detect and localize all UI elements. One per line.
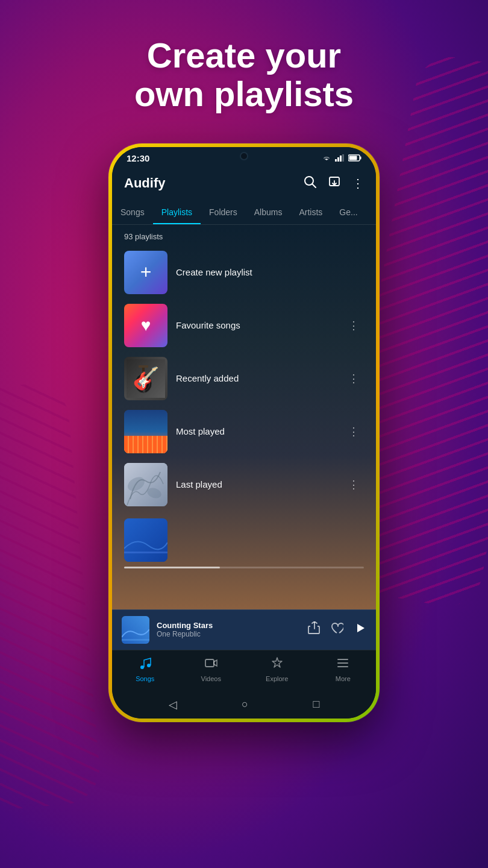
svg-rect-5	[360, 157, 361, 160]
wifi-icon	[322, 154, 331, 162]
recent-button[interactable]: □	[313, 698, 319, 711]
status-icons	[322, 154, 361, 162]
svg-rect-26	[164, 440, 167, 453]
nav-more[interactable]: More	[322, 656, 364, 682]
battery-icon	[348, 154, 361, 162]
plus-icon: +	[140, 261, 152, 283]
playlist-list: + Create new playlist ♥ Favourite songs …	[112, 246, 376, 567]
nature-svg	[124, 463, 167, 506]
svg-point-40	[140, 665, 144, 669]
svg-rect-27	[128, 440, 132, 448]
last-played-label: Last played	[176, 479, 335, 489]
headline: Create your own playlists	[110, 36, 378, 113]
scroll-indicator	[124, 567, 364, 568]
signal-icon	[335, 154, 345, 162]
last-played-menu-icon[interactable]: ⋮	[343, 473, 364, 496]
svg-rect-15	[142, 365, 145, 383]
svg-rect-2	[340, 156, 342, 162]
svg-rect-36	[124, 552, 167, 553]
svg-rect-20	[124, 440, 130, 453]
tab-bar: Songs Playlists Folders Albums Artists G…	[112, 200, 376, 225]
status-time: 12:30	[127, 153, 149, 163]
partial-thumb	[124, 518, 167, 562]
svg-rect-38	[122, 639, 149, 641]
more-icon[interactable]: ⋮	[352, 176, 364, 190]
mini-player-title: Counting Stars	[157, 621, 300, 630]
playlist-count: 93 playlists	[112, 225, 376, 246]
partial-playlist-item[interactable]	[112, 514, 376, 567]
phone-screen: 12:30	[112, 147, 376, 719]
nav-videos[interactable]: Videos	[190, 656, 232, 682]
tab-folders[interactable]: Folders	[201, 200, 246, 224]
svg-rect-16	[139, 365, 148, 368]
tab-songs[interactable]: Songs	[112, 200, 153, 224]
mini-player: Counting Stars One Republic	[112, 609, 376, 650]
nav-songs[interactable]: Songs	[124, 656, 166, 682]
svg-rect-42	[205, 659, 214, 667]
last-played-item[interactable]: Last played ⋮	[112, 458, 376, 511]
svg-line-8	[312, 184, 316, 187]
favourite-menu-icon[interactable]: ⋮	[343, 314, 364, 337]
svg-rect-6	[349, 156, 357, 160]
videos-nav-icon	[204, 656, 217, 673]
app-title: Audify	[124, 175, 304, 191]
tab-albums[interactable]: Albums	[246, 200, 291, 224]
songs-nav-icon	[139, 656, 152, 673]
home-button[interactable]: ○	[242, 698, 248, 711]
recently-added-menu-icon[interactable]: ⋮	[343, 367, 364, 390]
partial-svg	[124, 518, 167, 562]
svg-rect-31	[161, 440, 165, 448]
scroll-thumb	[124, 567, 220, 568]
guitar-svg	[127, 359, 165, 398]
camera-notch	[240, 152, 248, 160]
recently-added-item[interactable]: Recently added ⋮	[112, 352, 376, 405]
back-button[interactable]: ◁	[169, 698, 177, 711]
content-area: 93 playlists + Create new playlist ♥ Fav…	[112, 225, 376, 609]
mini-player-artist: One Republic	[157, 630, 300, 638]
create-thumb: +	[124, 251, 167, 294]
mini-player-art	[122, 616, 149, 644]
svg-rect-28	[135, 440, 139, 448]
tab-artists[interactable]: Artists	[290, 200, 331, 224]
play-button[interactable]	[353, 621, 366, 638]
svg-rect-1	[337, 157, 339, 162]
tab-playlists[interactable]: Playlists	[153, 200, 201, 224]
svg-rect-22	[137, 440, 143, 453]
mini-player-info: Counting Stars One Republic	[157, 621, 300, 638]
piano-svg	[124, 410, 167, 453]
svg-rect-3	[342, 154, 344, 162]
favourite-button[interactable]	[330, 621, 343, 638]
svg-rect-30	[155, 440, 158, 448]
most-played-thumb	[124, 410, 167, 453]
headline-line1: Create your	[147, 36, 341, 75]
svg-rect-19	[124, 410, 167, 453]
nav-explore[interactable]: Explore	[256, 656, 298, 682]
last-played-thumb	[124, 463, 167, 506]
share-button[interactable]	[307, 621, 321, 638]
svg-point-13	[135, 374, 152, 393]
favourite-songs-item[interactable]: ♥ Favourite songs ⋮	[112, 299, 376, 352]
most-played-item[interactable]: Most played ⋮	[112, 405, 376, 458]
svg-rect-21	[131, 440, 137, 453]
create-playlist-label: Create new playlist	[176, 267, 364, 277]
create-playlist-item[interactable]: + Create new playlist	[112, 246, 376, 299]
most-played-menu-icon[interactable]: ⋮	[343, 420, 364, 443]
tab-genres[interactable]: Ge...	[331, 200, 366, 224]
favourite-songs-label: Favourite songs	[176, 320, 335, 330]
header-icons: ⋮	[304, 175, 364, 192]
headline-line2: own playlists	[134, 74, 354, 113]
explore-nav-icon	[271, 656, 284, 673]
svg-point-14	[137, 376, 149, 391]
phone-shell: 12:30	[108, 143, 380, 722]
bottom-nav: Songs Videos Explore	[112, 650, 376, 691]
more-nav-icon	[336, 656, 349, 673]
import-icon[interactable]	[328, 175, 341, 192]
more-nav-label: More	[336, 675, 351, 682]
heart-icon: ♥	[141, 316, 151, 335]
songs-nav-label: Songs	[136, 675, 154, 682]
favourite-thumb: ♥	[124, 304, 167, 347]
videos-nav-label: Videos	[201, 675, 221, 682]
svg-rect-24	[151, 440, 157, 453]
app-header: Audify ⋮	[112, 167, 376, 200]
search-icon[interactable]	[304, 175, 317, 192]
